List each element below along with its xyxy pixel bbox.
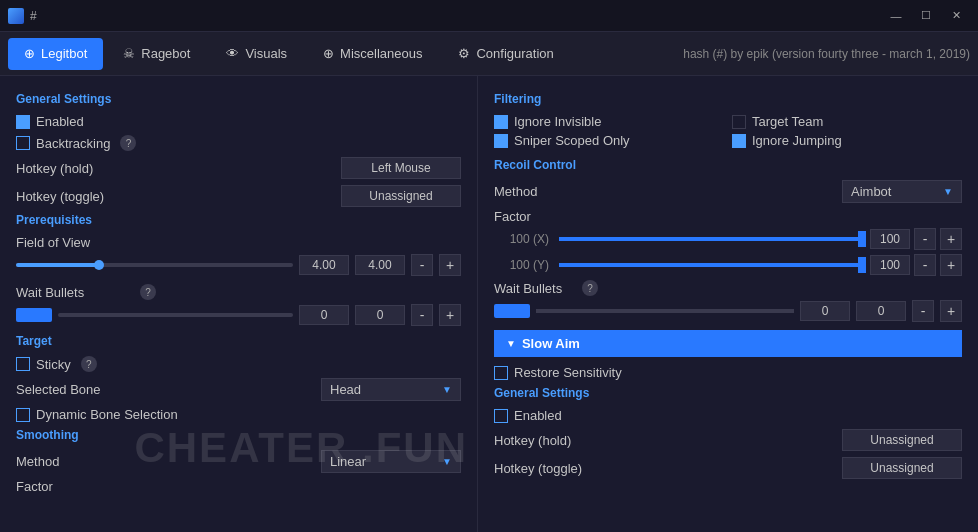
smoothing-method-dropdown[interactable]: Linear ▼ <box>321 450 461 473</box>
factor-y-value: 100 <box>870 255 910 275</box>
enabled-checkbox[interactable] <box>16 115 30 129</box>
sticky-label: Sticky <box>36 357 71 372</box>
hotkey-toggle2-value[interactable]: Unassigned <box>842 457 962 479</box>
fov-label: Field of View <box>16 235 90 250</box>
fov-value1: 4.00 <box>299 255 349 275</box>
titlebar-controls: — ☐ ✕ <box>882 6 970 26</box>
recoil-control-title: Recoil Control <box>494 158 962 172</box>
hotkey-toggle-value[interactable]: Unassigned <box>341 185 461 207</box>
filtering-title: Filtering <box>494 92 962 106</box>
tab-ragebot[interactable]: ☠ Ragebot <box>107 38 206 70</box>
factor-y-row: 100 (Y) 100 - + <box>494 254 962 276</box>
visuals-icon: 👁 <box>226 46 239 61</box>
recoil-method-dropdown[interactable]: Aimbot ▼ <box>842 180 962 203</box>
slow-aim-header[interactable]: ▼ Slow Aim <box>494 330 962 357</box>
wait-plus-btn[interactable]: + <box>439 304 461 326</box>
enabled2-checkbox[interactable] <box>494 409 508 423</box>
tab-legitbot[interactable]: ⊕ Legitbot <box>8 38 103 70</box>
maximize-button[interactable]: ☐ <box>912 6 940 26</box>
factor-x-track[interactable] <box>559 237 866 241</box>
factor-y-track[interactable] <box>559 263 866 267</box>
restore-sensitivity-checkbox[interactable] <box>494 366 508 380</box>
titlebar: # — ☐ ✕ <box>0 0 978 32</box>
recoil-wait-bullets-row: Wait Bullets ? <box>494 280 962 296</box>
factor-x-thumb <box>858 231 866 247</box>
config-icon: ⚙ <box>458 46 470 61</box>
tab-visuals[interactable]: 👁 Visuals <box>210 38 303 70</box>
selected-bone-dropdown[interactable]: Head ▼ <box>321 378 461 401</box>
hotkey-hold-value[interactable]: Left Mouse <box>341 157 461 179</box>
factor-y-thumb <box>858 257 866 273</box>
fov-minus-btn[interactable]: - <box>411 254 433 276</box>
target-team-item: Target Team <box>732 114 962 129</box>
ignore-jumping-checkbox[interactable] <box>732 134 746 148</box>
factor-x-plus-btn[interactable]: + <box>940 228 962 250</box>
recoil-factor-label-row: Factor <box>494 209 962 224</box>
recoil-factor-label: Factor <box>494 209 531 224</box>
recoil-wait-track[interactable] <box>536 309 794 313</box>
wait-bullets-slider-row: 0 0 - + <box>16 304 461 326</box>
minimize-button[interactable]: — <box>882 6 910 26</box>
slow-aim-title: Slow Aim <box>522 336 580 351</box>
smoothing-factor-label-row: Factor <box>16 479 461 494</box>
slow-aim-arrow-icon: ▼ <box>506 338 516 349</box>
target-team-checkbox[interactable] <box>732 115 746 129</box>
fov-plus-btn[interactable]: + <box>439 254 461 276</box>
factor-x-value: 100 <box>870 229 910 249</box>
wait-minus-btn[interactable]: - <box>411 304 433 326</box>
recoil-method-value: Aimbot <box>851 184 891 199</box>
close-button[interactable]: ✕ <box>942 6 970 26</box>
right-panel: Filtering Ignore Invisible Target Team S… <box>478 76 978 532</box>
target-team-label: Target Team <box>752 114 823 129</box>
sticky-row: Sticky ? <box>16 356 461 372</box>
ignore-invisible-label: Ignore Invisible <box>514 114 601 129</box>
hotkey-hold2-value[interactable]: Unassigned <box>842 429 962 451</box>
recoil-wait-value2: 0 <box>856 301 906 321</box>
smoothing-factor-label: Factor <box>16 479 53 494</box>
wait-bullets-label: Wait Bullets <box>16 285 136 300</box>
wait-bullets-track[interactable] <box>58 313 293 317</box>
titlebar-title: # <box>30 9 37 23</box>
legitbot-icon: ⊕ <box>24 46 35 61</box>
tab-configuration[interactable]: ⚙ Configuration <box>442 38 569 70</box>
recoil-wait-minus-btn[interactable]: - <box>912 300 934 322</box>
prerequisites-title: Prerequisites <box>16 213 461 227</box>
tab-miscellaneous[interactable]: ⊕ Miscellaneous <box>307 38 438 70</box>
left-panel: General Settings Enabled Backtracking ? … <box>0 76 478 532</box>
recoil-wait-plus-btn[interactable]: + <box>940 300 962 322</box>
selected-bone-value: Head <box>330 382 361 397</box>
target-title: Target <box>16 334 461 348</box>
sticky-help-icon[interactable]: ? <box>81 356 97 372</box>
factor-x-minus-btn[interactable]: - <box>914 228 936 250</box>
smoothing-method-row: Method Linear ▼ <box>16 450 461 473</box>
dynamic-bone-checkbox[interactable] <box>16 408 30 422</box>
filter-grid: Ignore Invisible Target Team Sniper Scop… <box>494 114 962 148</box>
nav-bar: ⊕ Legitbot ☠ Ragebot 👁 Visuals ⊕ Miscell… <box>0 32 978 76</box>
enabled-row: Enabled <box>16 114 461 129</box>
dropdown-arrow-icon: ▼ <box>442 384 452 395</box>
backtracking-checkbox[interactable] <box>16 136 30 150</box>
recoil-wait-value1: 0 <box>800 301 850 321</box>
factor-y-plus-btn[interactable]: + <box>940 254 962 276</box>
hotkey-hold-row: Hotkey (hold) Left Mouse <box>16 157 461 179</box>
fov-slider-row: 4.00 4.00 - + <box>16 254 461 276</box>
factor-y-minus-btn[interactable]: - <box>914 254 936 276</box>
factor-x-row: 100 (X) 100 - + <box>494 228 962 250</box>
selected-bone-label: Selected Bone <box>16 382 136 397</box>
backtracking-label: Backtracking <box>36 136 110 151</box>
smoothing-method-label: Method <box>16 454 136 469</box>
wait-bullets-help-icon[interactable]: ? <box>140 284 156 300</box>
sniper-scoped-checkbox[interactable] <box>494 134 508 148</box>
ignore-jumping-item: Ignore Jumping <box>732 133 962 148</box>
hotkey-toggle-label: Hotkey (toggle) <box>16 189 136 204</box>
fov-slider-track[interactable] <box>16 263 293 267</box>
recoil-dropdown-arrow-icon: ▼ <box>943 186 953 197</box>
recoil-wait-help-icon[interactable]: ? <box>582 280 598 296</box>
sticky-checkbox[interactable] <box>16 357 30 371</box>
ignore-invisible-checkbox[interactable] <box>494 115 508 129</box>
wait-bullets-label-row: Wait Bullets ? <box>16 284 461 300</box>
restore-sensitivity-label: Restore Sensitivity <box>514 365 622 380</box>
backtracking-help-icon[interactable]: ? <box>120 135 136 151</box>
recoil-wait-indicator <box>494 304 530 318</box>
restore-sensitivity-row: Restore Sensitivity <box>494 365 962 380</box>
